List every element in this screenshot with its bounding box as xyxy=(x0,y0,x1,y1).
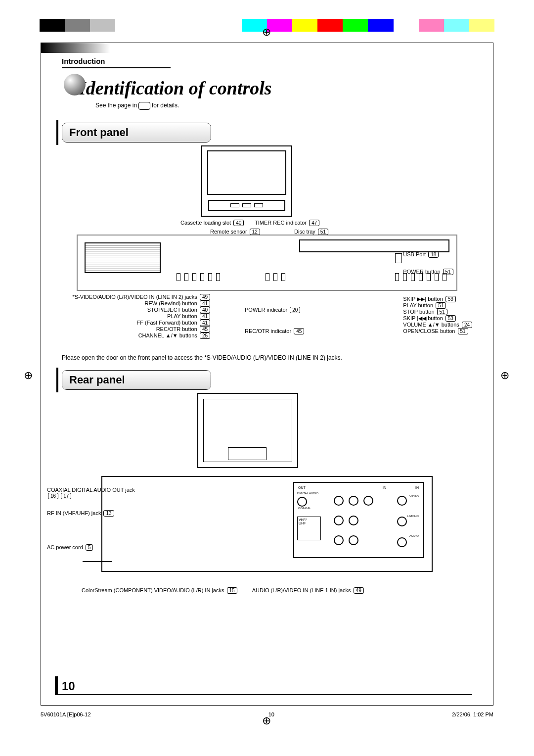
callout-usb-port: USB Port 18 xyxy=(403,251,472,258)
footer-right: 2/22/06, 1:02 PM xyxy=(452,711,493,717)
gradient-bar xyxy=(41,43,493,53)
callout-stop-eject: STOP/EJECT button 40 xyxy=(62,307,210,313)
usb-port-icon xyxy=(395,253,402,263)
callout-volume-buttons: VOLUME ▲/▼ buttons 24 xyxy=(403,322,472,328)
decorative-sphere-icon xyxy=(64,74,86,95)
callout-play-button-vcr: PLAY button 41 xyxy=(62,313,210,320)
disc-tray-icon xyxy=(299,239,449,252)
registration-mark-bottom: ⊕ xyxy=(262,715,271,726)
callout-play-button-dvd: PLAY button 51 xyxy=(403,302,472,309)
callout-skip-back: SKIP |◀◀ button 53 xyxy=(403,315,472,322)
note-ref-box xyxy=(138,102,150,110)
front-panel-enlarged xyxy=(77,235,457,291)
rear-jack-panel: OUT IN IN DIGITAL AUDIO COAXIAL VHF/ UHF xyxy=(293,482,424,558)
vhf-uhf-jack-icon: VHF/ UHF xyxy=(297,517,321,540)
page-title: Identification of controls xyxy=(79,77,493,99)
note-prefix: See the page in xyxy=(95,102,138,109)
tv-rear-small xyxy=(197,393,298,468)
front-left-callouts: *S-VIDEO/AUDIO (L/R)/VIDEO IN (LINE IN 2… xyxy=(62,294,210,339)
callout-svideo-jacks: *S-VIDEO/AUDIO (L/R)/VIDEO IN (LINE IN 2… xyxy=(62,294,210,300)
rear-panel-heading: Rear panel xyxy=(62,371,211,389)
callout-remote-sensor: Remote sensor 12 xyxy=(210,229,260,235)
front-panel-note: Please open the door on the front panel … xyxy=(62,354,472,361)
callout-timer-rec: TIMER REC indicator 47 xyxy=(255,220,319,226)
callout-line1-jacks: AUDIO (L/R)/VIDEO IN (LINE 1 IN) jacks 4… xyxy=(252,587,364,594)
registration-mark-top: ⊕ xyxy=(262,27,271,38)
callout-rew-button: REW (Rewind) button 41 xyxy=(62,300,210,307)
registration-mark-left: ⊕ xyxy=(24,370,33,381)
callout-disc-tray: Disc tray 51 xyxy=(294,229,328,235)
coaxial-jack-icon xyxy=(297,497,307,507)
callout-component-jacks: ColorStream (COMPONENT) VIDEO/AUDIO (L/R… xyxy=(82,587,237,594)
callout-power-button: POWER button 51 xyxy=(403,269,472,275)
front-panel-heading: Front panel xyxy=(62,123,211,142)
callout-power-indicator: POWER indicator 20 xyxy=(245,307,304,313)
callout-coaxial-out: COAXIAL DIGITAL AUDIO OUT jack 16 17 xyxy=(47,487,185,499)
rear-bottom-callouts: ColorStream (COMPONENT) VIDEO/AUDIO (L/R… xyxy=(82,587,472,594)
callout-rec-otr-indicator: REC/OTR indicator 45 xyxy=(245,328,304,334)
front-panel-diagram: Cassette loading slot 40 Remote sensor 1… xyxy=(62,145,472,353)
page-number-underline xyxy=(55,694,472,695)
footer-left: 5V60101A [E]p06-12 xyxy=(41,711,91,717)
callout-skip-fwd: SKIP ▶▶| button 53 xyxy=(403,296,472,302)
tv-front-small xyxy=(201,145,292,217)
see-page-note: See the page in for details. xyxy=(95,102,493,110)
page-frame: Introduction Identification of controls … xyxy=(41,43,493,706)
note-suffix: for details. xyxy=(150,102,179,109)
callout-cassette-slot: Cassette loading slot 40 xyxy=(180,220,244,226)
callout-rec-otr-button: REC/OTR button 45 xyxy=(62,326,210,332)
cassette-slot-icon xyxy=(85,242,161,273)
callout-stop-button: STOP button 51 xyxy=(403,309,472,315)
page-number-bar xyxy=(55,676,58,694)
callout-ac-cord: AC power cord 5 xyxy=(47,544,185,551)
front-mid-callouts: POWER indicator 20 REC/OTR indicator 45 xyxy=(245,304,304,334)
section-header: Introduction xyxy=(62,57,171,68)
registration-mark-right: ⊕ xyxy=(500,370,509,381)
front-panel-heading-box: Front panel xyxy=(62,123,211,142)
front-right-callouts: USB Port 18 POWER button 51 SKIP ▶▶| but… xyxy=(403,251,472,334)
rear-panel-diagram: OUT IN IN DIGITAL AUDIO COAXIAL VHF/ UHF xyxy=(62,393,472,591)
power-cord-line xyxy=(83,561,112,562)
callout-channel-buttons: CHANNEL ▲/▼ buttons 25 xyxy=(62,332,210,339)
callout-open-close: OPEN/CLOSE button 51 xyxy=(403,328,472,334)
callout-rf-in: RF IN (VHF/UHF) jack 13 xyxy=(47,510,185,517)
rear-panel-heading-box: Rear panel xyxy=(62,370,211,390)
rear-left-callouts: COAXIAL DIGITAL AUDIO OUT jack 16 17 RF … xyxy=(47,487,185,551)
callout-ff-button: FF (Fast Forward) button 41 xyxy=(62,320,210,326)
page-number: 10 xyxy=(62,679,75,693)
